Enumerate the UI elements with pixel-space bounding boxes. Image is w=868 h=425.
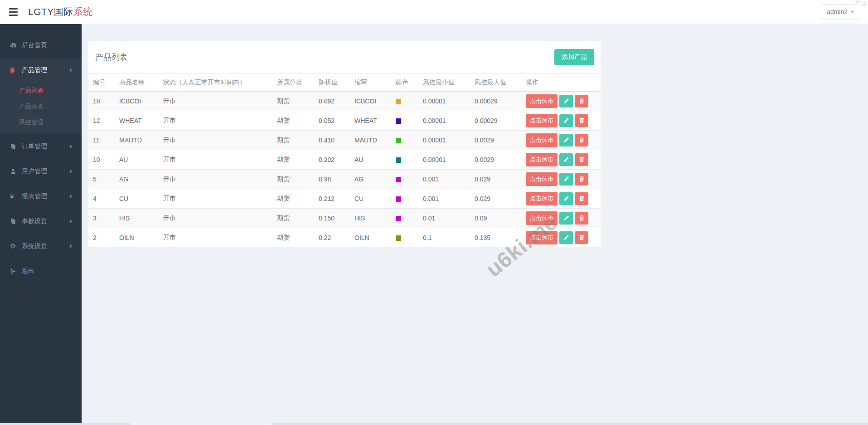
chevron-right-icon	[70, 145, 73, 148]
sidebar-item-system-settings[interactable]: ⚙ 系统设置	[0, 234, 82, 259]
close-market-button[interactable]: 点击休市	[526, 94, 558, 108]
edit-button[interactable]	[559, 212, 573, 225]
top-header: LGTY国际系统 正版 admin2	[0, 0, 868, 24]
pencil-icon	[563, 117, 569, 123]
cell-actions: 点击休市	[521, 169, 601, 189]
col-header-risk-max: 风控最大值	[470, 74, 521, 91]
pencil-icon	[563, 156, 569, 162]
close-market-button[interactable]: 点击休市	[526, 211, 558, 225]
cell-abbr: AU	[350, 150, 391, 169]
cell-id: 11	[88, 130, 115, 150]
card-heading: 产品列表 添加产品	[88, 41, 601, 74]
delete-button[interactable]	[575, 153, 588, 166]
delete-button[interactable]	[575, 192, 588, 205]
add-product-button[interactable]: 添加产品	[554, 49, 594, 65]
cell-status: 开市	[159, 189, 272, 208]
cell-risk-min: 0.01	[418, 208, 470, 228]
close-market-button[interactable]: 点击休市	[526, 192, 558, 205]
cell-abbr: ICBCOI	[350, 91, 391, 111]
cell-color	[391, 189, 418, 208]
cell-risk-max: 0.00029	[470, 91, 521, 111]
pencil-icon	[563, 137, 569, 143]
pencil-icon	[563, 176, 569, 182]
col-header-category: 所属分类	[272, 74, 314, 91]
col-header-abbr: 缩写	[350, 74, 391, 91]
cell-abbr: HIS	[350, 208, 391, 228]
cell-id: 2	[88, 228, 115, 247]
trash-icon	[579, 117, 585, 123]
cell-id: 3	[88, 208, 115, 228]
sidebar-subitem-product-list[interactable]: 产品列表	[0, 83, 82, 98]
dashboard-icon	[10, 42, 22, 49]
edit-button[interactable]	[559, 173, 573, 186]
delete-button[interactable]	[575, 134, 588, 147]
sidebar-item-orders[interactable]: 订单管理	[0, 134, 82, 159]
table-row: 5 AG 开市 期货 0.98 AG 0.001 0.029 点击休市	[88, 169, 601, 189]
col-header-risk-min: 风控最小值	[418, 74, 470, 91]
pencil-icon	[563, 234, 569, 240]
trash-icon	[579, 98, 585, 104]
logo-text-accent: 系统	[73, 6, 93, 17]
pencil-icon	[563, 98, 569, 104]
cell-color	[391, 150, 418, 169]
cell-status: 开市	[159, 130, 272, 150]
delete-button[interactable]	[575, 95, 588, 107]
cell-status: 开市	[159, 150, 272, 169]
sidebar-item-logout[interactable]: 退出	[0, 259, 82, 283]
cell-random-value: 0.410	[314, 130, 350, 150]
cell-risk-max: 0.00029	[470, 111, 521, 130]
sidebar-item-home[interactable]: 后台首页	[0, 33, 82, 58]
sidebar-toggle-icon[interactable]	[6, 5, 24, 19]
cell-color	[391, 208, 418, 228]
cell-status: 开市	[159, 111, 272, 130]
delete-button[interactable]	[575, 114, 588, 127]
sidebar-item-parameters[interactable]: 参数设置	[0, 209, 82, 234]
edit-button[interactable]	[559, 95, 573, 107]
cell-product-name: MAUTD	[115, 130, 159, 150]
sidebar-item-label: 订单管理	[22, 142, 47, 151]
color-swatch	[396, 138, 401, 143]
cell-id: 4	[88, 189, 115, 208]
table-row: 12 WHEAT 开市 期货 0.052 WHEAT 0.00001 0.000…	[88, 111, 601, 130]
horizontal-scrollbar[interactable]	[0, 423, 868, 425]
delete-button[interactable]	[575, 173, 588, 186]
sidebar-item-label: 系统设置	[22, 242, 47, 250]
col-header-name: 商品名称	[115, 74, 159, 91]
close-market-button[interactable]: 点击休市	[526, 114, 558, 127]
cell-category: 期货	[272, 208, 314, 228]
sidebar-item-label: 用户管理	[22, 167, 47, 176]
sidebar-item-reports[interactable]: ¥ 报表管理	[0, 184, 82, 209]
cell-product-name: CU	[115, 189, 159, 208]
scrollbar-thumb[interactable]	[131, 423, 272, 425]
close-market-button[interactable]: 点击休市	[526, 133, 558, 147]
color-swatch	[396, 216, 401, 221]
table-row: 11 MAUTD 开市 期货 0.410 MAUTD 0.00001 0.002…	[88, 130, 601, 150]
cell-product-name: AG	[115, 169, 159, 189]
trash-icon	[579, 195, 585, 201]
edit-button[interactable]	[559, 153, 573, 166]
delete-button[interactable]	[575, 212, 588, 225]
delete-button[interactable]	[575, 231, 588, 244]
close-market-button[interactable]: 点击休市	[526, 231, 558, 244]
edit-button[interactable]	[559, 134, 573, 147]
edit-button[interactable]	[559, 192, 573, 205]
cell-actions: 点击休市	[521, 150, 601, 169]
edit-button[interactable]	[559, 231, 573, 244]
cell-category: 期货	[272, 150, 314, 169]
cell-id: 10	[88, 150, 115, 169]
close-market-button[interactable]: 点击休市	[526, 153, 558, 166]
cell-product-name: ICBCOI	[115, 91, 159, 111]
sidebar-item-users[interactable]: 用户管理	[0, 159, 82, 184]
cell-product-name: OILN	[115, 228, 159, 247]
user-dropdown[interactable]: admin2	[821, 4, 860, 20]
sidebar-item-label: 参数设置	[22, 217, 47, 225]
edit-button[interactable]	[559, 114, 573, 127]
cell-actions: 点击休市	[521, 111, 601, 130]
sidebar-subitem-risk-management[interactable]: 风控管理	[0, 114, 82, 130]
close-market-button[interactable]: 点击休市	[526, 172, 558, 186]
sidebar-item-product-management[interactable]: ฿ 产品管理	[0, 58, 82, 83]
cell-product-name: HIS	[115, 208, 159, 228]
sidebar-subitem-product-category[interactable]: 产品分类	[0, 98, 82, 114]
sidebar-item-label: 产品管理	[22, 66, 47, 74]
cell-color	[391, 228, 418, 247]
